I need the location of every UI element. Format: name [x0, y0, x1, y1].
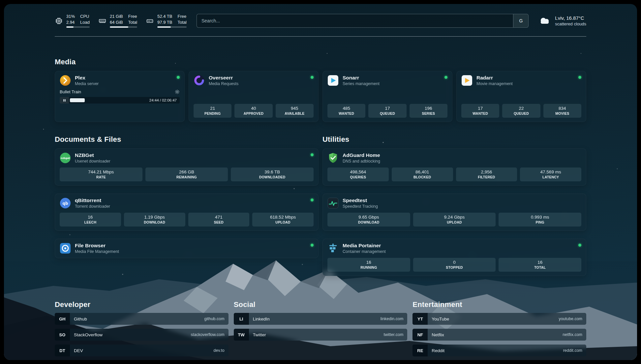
stat-value: 1.19 Gbps — [125, 215, 184, 220]
service-meta: Media PortainerContainer management — [343, 243, 386, 254]
bookmark-name: LinkedIn — [253, 317, 270, 321]
service-stats: 21PENDING40APPROVED945AVAILABLE — [194, 100, 314, 118]
stat-downloaded: 39.6 TBDOWNLOADED — [231, 167, 314, 181]
nzbget-icon: nzbget — [60, 152, 71, 164]
bookmark-group-title: Entertainment — [412, 300, 586, 309]
stat-queries: 498,564QUERIES — [327, 167, 389, 181]
service-header: RadarrMovie management — [461, 75, 581, 86]
bookmark-linkedin[interactable]: LILinkedInlinkedin.com — [234, 313, 408, 325]
portainer-icon — [327, 243, 339, 254]
plex-icon — [60, 75, 71, 86]
stat-value: 0 — [414, 260, 495, 265]
service-card-filebrowser[interactable]: File BrowserMedia File Management — [55, 239, 319, 258]
bookmark-netflix[interactable]: NFNetflixnetflix.com — [412, 329, 586, 341]
stat-value: 16 — [500, 260, 580, 265]
stat-movies: 834MOVIES — [543, 104, 581, 118]
bookmark-url: stackoverflow.com — [191, 332, 225, 337]
gear-icon[interactable] — [175, 89, 180, 94]
stat-label: TOTAL — [500, 265, 580, 269]
status-dot-online — [311, 153, 314, 156]
adguard-icon — [327, 152, 339, 164]
stat-total: 16TOTAL — [499, 258, 581, 272]
status-dot-online — [177, 76, 180, 79]
stat-value: 196 — [411, 106, 446, 111]
stat-label: WANTED — [329, 111, 364, 115]
cpu-percent: 31% — [66, 14, 75, 19]
now-playing-title: Bullet Train — [60, 89, 81, 94]
weather-text: Lviv, 16.87°C scattered clouds — [555, 15, 586, 26]
stat-download: 9.65 GbpsDOWNLOAD — [327, 213, 410, 227]
service-card-sonarr[interactable]: SonarrSeries management485WANTED17QUEUED… — [322, 71, 452, 122]
bookmark-twitter[interactable]: TWTwittertwitter.com — [234, 329, 408, 341]
stat-label: WANTED — [463, 111, 498, 115]
bookmark-url: github.com — [204, 317, 225, 321]
service-card-adguard[interactable]: AdGuard HomeDNS and adblocking498,564QUE… — [322, 148, 586, 186]
service-header: OverseerrMedia Requests — [194, 75, 314, 86]
service-card-radarr[interactable]: RadarrMovie management17WANTED22QUEUED83… — [456, 71, 586, 122]
desktop: { "topbar": { "cpu": {"icon": "cpu-icon"… — [0, 0, 641, 364]
stat-rate: 744.21 MbpsRATE — [60, 167, 142, 181]
bookmark-github[interactable]: GHGithubgithub.com — [55, 313, 229, 325]
cpu-readout: 31% CPU 2.94 Load — [66, 14, 90, 28]
service-card-portainer[interactable]: Media PortainerContainer management16RUN… — [322, 239, 586, 276]
ram-readout: 21 GiB Free 64 GiB Total — [110, 14, 137, 28]
stat-approved: 40APPROVED — [234, 104, 272, 118]
stat-label: REMAINING — [147, 175, 227, 179]
middle-columns: Documents & Files nzbgetNZBGetUsenet dow… — [55, 135, 586, 276]
cpu-icon — [55, 17, 63, 25]
stat-value: 9.65 Gbps — [329, 215, 409, 220]
cpu-monitor: 31% CPU 2.94 Load — [55, 14, 90, 28]
ram-total: 64 GiB — [110, 20, 123, 25]
disk-total: 97.9 TB — [157, 20, 172, 25]
ram-usage-bar — [110, 26, 137, 28]
bookmark-dev[interactable]: DTDEVdev.to — [55, 345, 229, 356]
service-card-plex[interactable]: PlexMedia serverBullet Train24:44 / 02:0… — [55, 71, 185, 122]
stat-label: QUERIES — [329, 175, 387, 179]
stat-value: 485 — [329, 106, 364, 111]
service-meta: OverseerrMedia Requests — [209, 75, 238, 86]
search-provider-button[interactable]: G — [513, 14, 528, 27]
bookmark-url: reddit.com — [563, 348, 582, 353]
bookmark-reddit[interactable]: RERedditreddit.com — [412, 345, 586, 356]
status-dot-online — [578, 244, 581, 247]
bookmark-group-social: SocialLILinkedInlinkedin.comTWTwittertwi… — [234, 300, 408, 356]
stat-value: 498,564 — [329, 169, 387, 174]
stat-label: RUNNING — [329, 265, 409, 269]
search-box: G — [197, 14, 529, 28]
stat-value: 834 — [545, 106, 580, 111]
bookmark-stackoverflow[interactable]: SOStackOverflowstackoverflow.com — [55, 329, 229, 341]
service-description: Speedtest Tracking — [343, 204, 378, 209]
documents-cards: nzbgetNZBGetUsenet downloader744.21 Mbps… — [55, 148, 319, 258]
stat-upload: 9.24 GbpsUPLOAD — [413, 213, 496, 227]
service-card-speedtest[interactable]: SpeedtestSpeedtest Tracking9.65 GbpsDOWN… — [322, 194, 586, 231]
topbar-divider — [55, 36, 586, 37]
service-stats: 9.65 GbpsDOWNLOAD9.24 GbpsUPLOAD0.993 ms… — [327, 209, 581, 227]
bookmark-group-developer: DeveloperGHGithubgithub.comSOStackOverfl… — [55, 300, 229, 356]
bookmark-group-title: Social — [234, 300, 408, 309]
service-meta: NZBGetUsenet downloader — [75, 152, 110, 164]
service-header: Media PortainerContainer management — [327, 243, 581, 254]
seek-bar[interactable] — [69, 97, 146, 104]
service-card-nzbget[interactable]: nzbgetNZBGetUsenet downloader744.21 Mbps… — [55, 148, 319, 186]
disk-label-bottom: Total — [177, 20, 186, 25]
weather-widget[interactable]: Lviv, 16.87°C scattered clouds — [538, 15, 586, 26]
pause-button[interactable] — [60, 97, 69, 104]
service-card-overseerr[interactable]: OverseerrMedia Requests21PENDING40APPROV… — [189, 71, 319, 122]
search-input[interactable] — [197, 14, 513, 27]
stat-label: MOVIES — [545, 111, 580, 115]
media-cards: PlexMedia serverBullet Train24:44 / 02:0… — [55, 71, 586, 122]
stat-value: 21 — [195, 106, 230, 111]
stat-label: RATE — [61, 175, 141, 179]
service-description: Media server — [75, 81, 99, 86]
stat-label: LEECH — [61, 220, 120, 224]
now-playing-widget: Bullet Train24:44 / 02:06:47 — [60, 89, 180, 104]
bookmark-name: Reddit — [432, 348, 444, 353]
stat-leech: 16LEECH — [60, 213, 121, 227]
service-header: PlexMedia server — [60, 75, 180, 86]
stat-label: DOWNLOAD — [329, 220, 409, 224]
bookmark-abbr: GH — [55, 313, 70, 325]
bookmark-youtube[interactable]: YTYouTubeyoutube.com — [412, 313, 586, 325]
filebrowser-icon — [60, 243, 71, 254]
bookmark-url: youtube.com — [559, 317, 582, 321]
service-card-qbittorrent[interactable]: qbqBittorrentTorrent downloader16LEECH1.… — [55, 194, 319, 231]
